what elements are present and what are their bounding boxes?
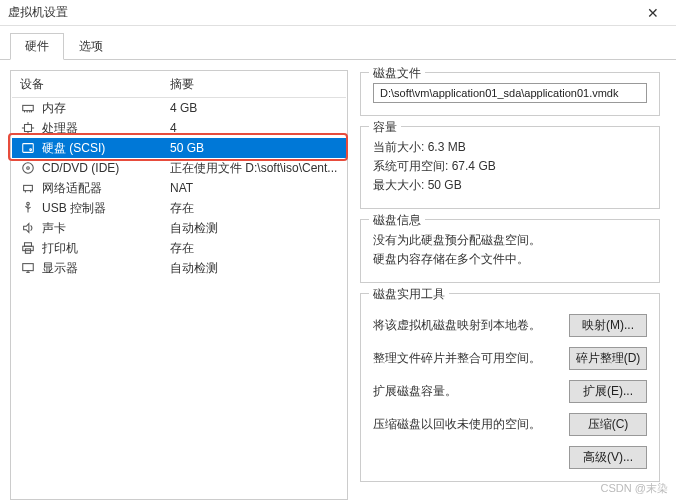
- tabs: 硬件 选项: [0, 26, 676, 60]
- defrag-text: 整理文件碎片并整合可用空间。: [373, 350, 561, 367]
- svg-point-13: [27, 167, 30, 170]
- device-row-cd[interactable]: CD/DVD (IDE)正在使用文件 D:\soft\iso\Cent...: [12, 158, 346, 178]
- disk-info-title: 磁盘信息: [369, 212, 425, 229]
- device-label: 硬盘 (SCSI): [42, 140, 170, 157]
- disk-file-path[interactable]: D:\soft\vm\application01_sda\application…: [373, 83, 647, 103]
- device-row-memory[interactable]: 内存4 GB: [12, 98, 346, 118]
- device-list-panel: 设备 摘要 内存4 GB处理器4硬盘 (SCSI)50 GBCD/DVD (ID…: [10, 70, 348, 500]
- advanced-button[interactable]: 高级(V)...: [569, 446, 647, 469]
- map-text: 将该虚拟机磁盘映射到本地卷。: [373, 317, 561, 334]
- defrag-button[interactable]: 碎片整理(D): [569, 347, 647, 370]
- disk-file-title: 磁盘文件: [369, 65, 425, 82]
- compact-text: 压缩磁盘以回收未使用的空间。: [373, 416, 561, 433]
- capacity-max: 最大大小: 50 GB: [373, 177, 647, 194]
- device-label: 处理器: [42, 120, 170, 137]
- device-label: CD/DVD (IDE): [42, 161, 170, 175]
- net-icon: [20, 180, 36, 196]
- svg-point-12: [23, 163, 34, 174]
- window-title: 虚拟机设置: [8, 4, 638, 21]
- device-summary: 4 GB: [170, 101, 338, 115]
- disk-info-line2: 硬盘内容存储在多个文件中。: [373, 251, 647, 268]
- device-row-net[interactable]: 网络适配器NAT: [12, 178, 346, 198]
- device-row-display[interactable]: 显示器自动检测: [12, 258, 346, 278]
- device-summary: 存在: [170, 240, 338, 257]
- group-disk-file: 磁盘文件 D:\soft\vm\application01_sda\applic…: [360, 72, 660, 116]
- expand-button[interactable]: 扩展(E)...: [569, 380, 647, 403]
- capacity-free: 系统可用空间: 67.4 GB: [373, 158, 647, 175]
- device-row-sound[interactable]: 声卡自动检测: [12, 218, 346, 238]
- header-summary: 摘要: [170, 76, 338, 93]
- device-row-cpu[interactable]: 处理器4: [12, 118, 346, 138]
- svg-rect-24: [23, 264, 34, 271]
- device-summary: 存在: [170, 200, 338, 217]
- cpu-icon: [20, 120, 36, 136]
- device-label: 显示器: [42, 260, 170, 277]
- tab-hardware[interactable]: 硬件: [10, 33, 64, 60]
- group-disk-info: 磁盘信息 没有为此硬盘预分配磁盘空间。 硬盘内容存储在多个文件中。: [360, 219, 660, 283]
- svg-rect-5: [25, 125, 32, 132]
- tab-options[interactable]: 选项: [64, 33, 118, 60]
- svg-rect-0: [23, 105, 34, 110]
- device-summary: 50 GB: [170, 141, 338, 155]
- printer-icon: [20, 240, 36, 256]
- compact-button[interactable]: 压缩(C): [569, 413, 647, 436]
- close-icon[interactable]: ✕: [638, 5, 668, 21]
- device-label: 声卡: [42, 220, 170, 237]
- sound-icon: [20, 220, 36, 236]
- cd-icon: [20, 160, 36, 176]
- device-summary: 4: [170, 121, 338, 135]
- display-icon: [20, 260, 36, 276]
- capacity-title: 容量: [369, 119, 401, 136]
- svg-point-11: [30, 149, 32, 151]
- device-label: USB 控制器: [42, 200, 170, 217]
- detail-panel: 磁盘文件 D:\soft\vm\application01_sda\applic…: [358, 70, 666, 500]
- device-list-header: 设备 摘要: [12, 72, 346, 98]
- group-utilities: 磁盘实用工具 将该虚拟机磁盘映射到本地卷。 映射(M)... 整理文件碎片并整合…: [360, 293, 660, 482]
- device-summary: 自动检测: [170, 260, 338, 277]
- device-summary: 自动检测: [170, 220, 338, 237]
- device-label: 网络适配器: [42, 180, 170, 197]
- disk-info-line1: 没有为此硬盘预分配磁盘空间。: [373, 232, 647, 249]
- content: 设备 摘要 内存4 GB处理器4硬盘 (SCSI)50 GBCD/DVD (ID…: [0, 60, 676, 500]
- svg-rect-14: [24, 185, 33, 190]
- usb-icon: [20, 200, 36, 216]
- device-summary: 正在使用文件 D:\soft\iso\Cent...: [170, 160, 338, 177]
- capacity-current: 当前大小: 6.3 MB: [373, 139, 647, 156]
- titlebar: 虚拟机设置 ✕: [0, 0, 676, 26]
- header-device: 设备: [20, 76, 170, 93]
- device-row-printer[interactable]: 打印机存在: [12, 238, 346, 258]
- device-label: 内存: [42, 100, 170, 117]
- group-capacity: 容量 当前大小: 6.3 MB 系统可用空间: 67.4 GB 最大大小: 50…: [360, 126, 660, 209]
- device-label: 打印机: [42, 240, 170, 257]
- watermark: CSDN @末染: [601, 481, 668, 496]
- device-row-usb[interactable]: USB 控制器存在: [12, 198, 346, 218]
- expand-text: 扩展磁盘容量。: [373, 383, 561, 400]
- memory-icon: [20, 100, 36, 116]
- svg-rect-10: [23, 144, 34, 153]
- device-summary: NAT: [170, 181, 338, 195]
- map-button[interactable]: 映射(M)...: [569, 314, 647, 337]
- device-row-disk[interactable]: 硬盘 (SCSI)50 GB: [12, 138, 346, 158]
- disk-icon: [20, 140, 36, 156]
- utilities-title: 磁盘实用工具: [369, 286, 449, 303]
